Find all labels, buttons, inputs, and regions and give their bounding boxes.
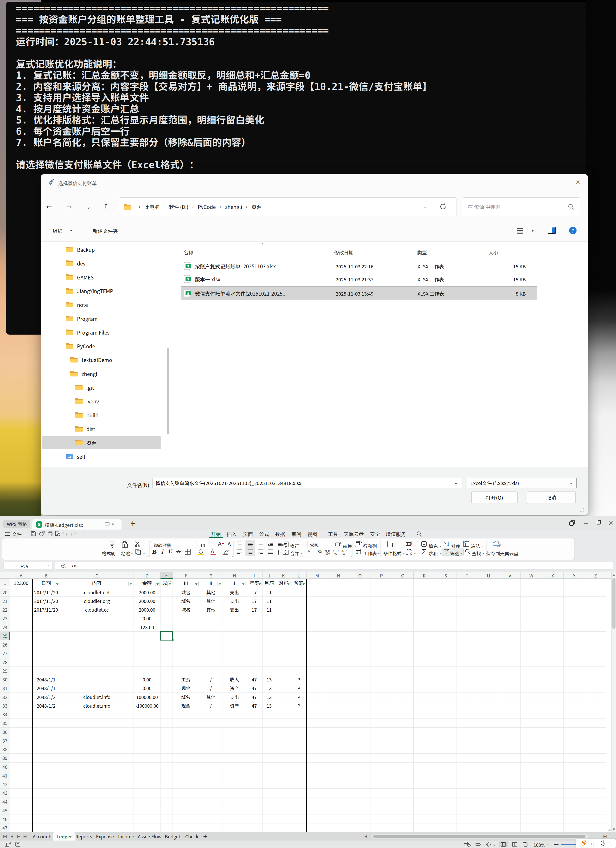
breadcrumb-pycode[interactable]: PyCode: [198, 203, 216, 211]
cell-V[interactable]: [499, 588, 521, 597]
cell-N[interactable]: [328, 815, 349, 823]
nav-up-icon[interactable]: ↑: [103, 202, 108, 210]
rows-cols-icon[interactable]: [355, 541, 362, 547]
cell-J[interactable]: [262, 658, 276, 667]
cell-V[interactable]: [499, 806, 521, 815]
cell-U[interactable]: [478, 640, 499, 649]
cell-L[interactable]: [291, 815, 307, 823]
cell-S[interactable]: [435, 736, 456, 745]
cell-J[interactable]: [262, 798, 276, 806]
cell-L[interactable]: [291, 798, 307, 806]
cell-T[interactable]: [456, 658, 478, 667]
cell-W[interactable]: [521, 701, 542, 710]
table-style-icon[interactable]: [406, 540, 413, 547]
cell-X[interactable]: [542, 789, 564, 797]
cell-J[interactable]: [262, 745, 276, 754]
cell-J[interactable]: 11: [262, 605, 276, 614]
cell-V[interactable]: [499, 728, 521, 736]
cell-M[interactable]: [307, 623, 328, 632]
cell-A[interactable]: [10, 806, 32, 815]
column-header-X[interactable]: X: [542, 572, 564, 579]
cell-O[interactable]: [349, 649, 371, 658]
cell-L[interactable]: [291, 614, 307, 623]
cell-V[interactable]: [499, 823, 521, 832]
cell-Y[interactable]: [564, 640, 585, 649]
cell-C[interactable]: cloudlet.net: [60, 588, 134, 597]
cell-L[interactable]: [291, 623, 307, 632]
cell-H[interactable]: [223, 649, 246, 658]
cell-J[interactable]: [262, 762, 276, 771]
cell-K[interactable]: [276, 815, 291, 823]
cell-L[interactable]: P: [291, 684, 307, 692]
cell-G[interactable]: [199, 823, 223, 832]
cell-O[interactable]: [349, 605, 371, 614]
cell-Q[interactable]: [392, 605, 414, 614]
cell-Z[interactable]: [585, 789, 606, 797]
row-header-36[interactable]: 36: [0, 728, 10, 736]
sort-ascending-icon[interactable]: ⌃: [260, 242, 264, 247]
cell-D[interactable]: [134, 823, 160, 832]
cell-C[interactable]: [60, 728, 134, 736]
dialog-close-icon[interactable]: ×: [572, 177, 584, 188]
row-header-29[interactable]: 29: [0, 667, 10, 675]
cell-K[interactable]: [276, 605, 291, 614]
scroll-up-icon[interactable]: ▲: [613, 573, 615, 577]
column-header-Y[interactable]: Y: [564, 572, 585, 579]
fill-handle[interactable]: [172, 639, 174, 641]
cell-Z[interactable]: [585, 719, 606, 727]
cell-H[interactable]: [223, 815, 246, 823]
cell-E[interactable]: [160, 649, 173, 658]
view-page-button[interactable]: [510, 842, 519, 847]
cell-Y[interactable]: [564, 588, 585, 597]
cell-U[interactable]: [478, 806, 499, 815]
justify-icon[interactable]: [268, 549, 274, 555]
cell-Q[interactable]: [392, 614, 414, 623]
cell-G[interactable]: [199, 754, 223, 762]
cell-C[interactable]: [60, 815, 134, 823]
cell-I[interactable]: 17: [246, 588, 262, 597]
column-header-I[interactable]: I: [246, 572, 262, 579]
autofilter-button-K[interactable]: [286, 582, 290, 586]
cell-Q[interactable]: [392, 667, 414, 675]
cell-D[interactable]: [134, 736, 160, 745]
cell-A[interactable]: [10, 701, 32, 710]
cell-L[interactable]: [291, 640, 307, 649]
cell-B[interactable]: 2017/11/20: [32, 605, 60, 614]
cell-K[interactable]: [276, 658, 291, 667]
cell-C[interactable]: [60, 675, 134, 684]
cell-G[interactable]: [199, 640, 223, 649]
cell-N[interactable]: [328, 675, 349, 684]
cell-E[interactable]: [160, 745, 173, 754]
cell-F[interactable]: 现金: [173, 684, 199, 692]
cell-T[interactable]: [456, 745, 478, 754]
cell-W[interactable]: [521, 675, 542, 684]
cell-Z[interactable]: [585, 823, 606, 832]
cell-T[interactable]: [456, 780, 478, 789]
cell-C[interactable]: [60, 780, 134, 789]
cell-X[interactable]: [542, 745, 564, 754]
wps-maximize-icon[interactable]: [595, 519, 603, 527]
cell-W[interactable]: [521, 623, 542, 632]
autofilter-button-D[interactable]: [155, 582, 160, 586]
cell-F[interactable]: [173, 719, 199, 727]
cell-U[interactable]: [478, 649, 499, 658]
column-header-T[interactable]: T: [456, 572, 478, 579]
cell-U[interactable]: [478, 789, 499, 797]
cell-O[interactable]: [349, 614, 371, 623]
cell-E[interactable]: [160, 623, 173, 632]
table-tools-icon[interactable]: [464, 842, 471, 847]
frame-style-icon[interactable]: [406, 549, 413, 555]
cell-J[interactable]: [262, 754, 276, 762]
cell-R[interactable]: [414, 640, 435, 649]
cell-M[interactable]: [307, 640, 328, 649]
cell-Y[interactable]: [564, 719, 585, 727]
nav-back-icon[interactable]: ←: [46, 203, 52, 211]
cell-H[interactable]: [223, 754, 246, 762]
cell-N[interactable]: [328, 588, 349, 597]
cell-U[interactable]: [478, 614, 499, 623]
cell-T[interactable]: [456, 806, 478, 815]
cell-C[interactable]: [60, 658, 134, 667]
cell-E[interactable]: [160, 754, 173, 762]
cell-Y[interactable]: [564, 710, 585, 719]
cell-O[interactable]: [349, 719, 371, 727]
